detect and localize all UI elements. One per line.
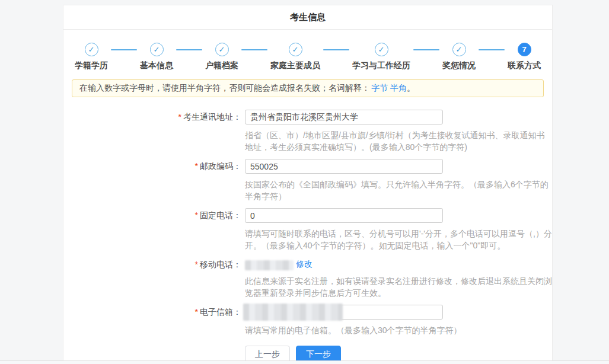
step-connector	[241, 49, 267, 50]
field-label: *邮政编码：	[63, 159, 241, 202]
notice-bar: 在输入数字或字母时，请使用半角字符，否则可能会造成报名失败；名词解释：字节半角。	[72, 79, 544, 97]
active-step-number: 7	[518, 43, 531, 56]
field-label: *移动电话：	[63, 257, 241, 299]
field-help-text: 请填写可随时联系的电话，区号、分机号可以用'-'分开，多个电话可以用逗号（,）分…	[245, 228, 552, 251]
modify-mobile-link[interactable]: 修改	[296, 259, 313, 269]
step-label: 基本信息	[140, 60, 173, 71]
mobile-redacted-value	[245, 260, 294, 270]
address-input[interactable]	[245, 110, 443, 124]
halfwidth-definition-link[interactable]: 半角	[390, 83, 407, 92]
postcode-input[interactable]	[245, 159, 443, 174]
check-icon: ✓	[215, 43, 229, 56]
stepper-step[interactable]: ✓ 户籍档案	[205, 43, 238, 71]
step-label: 户籍档案	[205, 60, 238, 71]
check-icon: ✓	[85, 43, 98, 56]
step-connector	[413, 49, 439, 50]
step-label: 奖惩情况	[442, 60, 476, 71]
check-icon: ✓	[150, 43, 164, 56]
required-asterisk: *	[195, 307, 198, 317]
landline-input[interactable]	[245, 208, 443, 223]
step-connector	[111, 49, 137, 50]
field-help-text: 指省（区、市）/地市区盟/县市旗/乡镇/街村（为考生接收复试通知书、录取通知书地…	[245, 129, 552, 153]
field-help-text: 此信息来源于实名注册，如有误请登录实名注册进行修改，修改后退出系统且关闭浏览器重…	[245, 275, 552, 299]
step-label: 联系方式	[508, 60, 541, 71]
field-label: *电子信箱：	[63, 305, 241, 336]
stepper-step[interactable]: ✓ 基本信息	[140, 43, 173, 71]
email-redacted-value	[243, 304, 343, 321]
stepper-step[interactable]: ✓ 奖惩情况	[442, 43, 476, 71]
form-field-row: *移动电话： 修改 此信息来源于实名注册，如有误请登录实名注册进行修改，修改后退…	[63, 257, 552, 299]
step-connector	[323, 49, 349, 50]
required-asterisk: *	[178, 112, 181, 122]
stepper-step[interactable]: ✓ 学籍学历	[75, 43, 108, 71]
check-icon: ✓	[289, 43, 302, 56]
page-title: 考生信息	[290, 12, 326, 22]
required-asterisk: *	[195, 210, 198, 220]
step-label: 学籍学历	[75, 60, 108, 71]
required-asterisk: *	[195, 260, 198, 269]
form-field-row: *考生通讯地址： 指省（区、市）/地市区盟/县市旗/乡镇/街村（为考生接收复试通…	[63, 110, 552, 153]
stepper: ✓ 学籍学历 ✓ 基本信息 ✓ 户籍档案 ✓ 家庭主要成员 ✓ 学习与工作经历 …	[63, 30, 552, 78]
contact-form: *考生通讯地址： 指省（区、市）/地市区盟/县市旗/乡镇/街村（为考生接收复试通…	[63, 110, 552, 336]
form-field-row: *固定电话： 请填写可随时联系的电话，区号、分机号可以用'-'分开，多个电话可以…	[63, 208, 552, 251]
notice-suffix: 。	[407, 83, 415, 92]
field-help-text: 请填写常用的电子信箱。（最多输入30个字节的半角字符）	[245, 324, 462, 336]
field-help-text: 按国家公布的《全国邮政编码》填写。只允许输入半角字符。（最多输入6个字节的半角字…	[245, 178, 552, 202]
field-label: *考生通讯地址：	[63, 110, 241, 153]
card-header: 考生信息	[63, 5, 552, 30]
form-field-row: *邮政编码： 按国家公布的《全国邮政编码》填写。只允许输入半角字符。（最多输入6…	[63, 159, 552, 202]
form-field-row: *电子信箱： 请填写常用的电子信箱。（最多输入30个字节的半角字符）	[63, 305, 552, 336]
step-label: 家庭主要成员	[270, 60, 320, 71]
stepper-step[interactable]: ✓ 家庭主要成员	[270, 43, 320, 71]
stepper-step[interactable]: ✓ 学习与工作经历	[352, 43, 410, 71]
step-connector	[176, 49, 202, 50]
byte-definition-link[interactable]: 字节	[371, 83, 388, 92]
candidate-info-card: 考生信息 ✓ 学籍学历 ✓ 基本信息 ✓ 户籍档案 ✓ 家庭主要成员 ✓ 学习与…	[63, 5, 553, 364]
check-icon: ✓	[375, 43, 388, 56]
check-icon: ✓	[452, 43, 466, 56]
field-label: *固定电话：	[63, 208, 241, 251]
step-label: 学习与工作经历	[352, 60, 410, 71]
required-asterisk: *	[195, 161, 198, 171]
notice-text: 在输入数字或字母时，请使用半角字符，否则可能会造成报名失败；名词解释：	[79, 83, 370, 92]
step-connector	[479, 49, 505, 50]
footer-divider	[0, 360, 609, 364]
stepper-step[interactable]: 7 联系方式	[508, 43, 541, 71]
